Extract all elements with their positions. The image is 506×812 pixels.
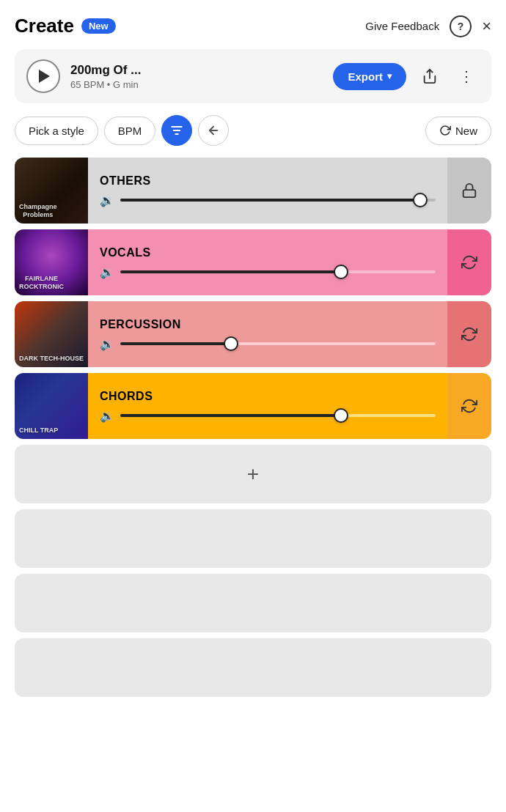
- filter-icon: [169, 123, 184, 138]
- track-label-percussion: PERCUSSION: [100, 318, 436, 331]
- page-title: Create: [15, 15, 74, 37]
- more-icon: ⋮: [459, 67, 474, 85]
- track-thumbnail-percussion: DARK TECH-HOUSE: [15, 301, 88, 367]
- tracks-container: ChampagneProblems OTHERS 🔉: [15, 158, 491, 445]
- slider-row-chords: 🔉: [100, 409, 436, 423]
- slider-chords[interactable]: [120, 414, 436, 417]
- track-row: ChampagneProblems OTHERS 🔉: [15, 158, 491, 224]
- track-content-vocals: VOCALS 🔉: [88, 229, 447, 295]
- track-row: CHILL TRAP CHORDS 🔉: [15, 373, 491, 439]
- volume-icon-percussion: 🔉: [100, 337, 114, 351]
- svg-rect-5: [463, 190, 476, 197]
- pick-style-button[interactable]: Pick a style: [15, 117, 98, 145]
- lock-icon: [461, 182, 477, 199]
- track-info: 200mg Of ... 65 BPM • G min: [70, 63, 323, 90]
- track-content-chords: CHORDS 🔉: [88, 373, 447, 439]
- empty-row-2: [15, 574, 491, 632]
- track-action-chords[interactable]: [447, 373, 491, 439]
- help-icon: ?: [458, 21, 464, 32]
- track-action-percussion[interactable]: [447, 301, 491, 367]
- track-row: DARK TECH-HOUSE PERCUSSION 🔉: [15, 301, 491, 367]
- add-track-button[interactable]: +: [15, 445, 491, 503]
- refresh-icon-percussion: [461, 326, 477, 342]
- slider-vocals[interactable]: [120, 270, 436, 273]
- export-button[interactable]: Export ▾: [333, 63, 406, 90]
- track-name: 200mg Of ...: [70, 63, 323, 78]
- add-track-icon: +: [247, 462, 259, 486]
- give-feedback-button[interactable]: Give Feedback: [365, 20, 439, 32]
- track-label-others: OTHERS: [100, 174, 436, 188]
- toolbar: Pick a style BPM New: [15, 115, 491, 146]
- filter-button[interactable]: [161, 115, 192, 146]
- track-thumbnail-chords: CHILL TRAP: [15, 373, 88, 439]
- share-icon: [422, 68, 438, 84]
- back-icon: [207, 124, 220, 137]
- volume-icon-chords: 🔉: [100, 409, 114, 423]
- help-button[interactable]: ?: [450, 15, 472, 37]
- track-content-percussion: PERCUSSION 🔉: [88, 301, 447, 367]
- header-left: Create New: [15, 15, 116, 37]
- new-label: New: [455, 125, 477, 137]
- share-button[interactable]: [417, 63, 443, 89]
- track-meta: 65 BPM • G min: [70, 79, 323, 90]
- track-thumbnail-others: ChampagneProblems: [15, 158, 88, 224]
- slider-percussion[interactable]: [120, 342, 436, 345]
- track-row: FAIRLANEROCKTRONIC VOCALS 🔉: [15, 229, 491, 295]
- close-button[interactable]: ×: [482, 18, 491, 34]
- volume-icon-others: 🔉: [100, 193, 114, 207]
- player-card: 200mg Of ... 65 BPM • G min Export ▾ ⋮: [15, 49, 491, 103]
- refresh-icon-chords: [461, 398, 477, 414]
- bpm-button[interactable]: BPM: [104, 117, 156, 145]
- volume-icon-vocals: 🔉: [100, 265, 114, 279]
- slider-others[interactable]: [120, 199, 436, 202]
- export-label: Export: [348, 70, 383, 83]
- refresh-icon-vocals: [461, 254, 477, 270]
- track-action-vocals[interactable]: [447, 229, 491, 295]
- header-right: Give Feedback ? ×: [365, 15, 491, 37]
- new-button[interactable]: New: [425, 117, 491, 145]
- refresh-new-icon: [439, 125, 451, 136]
- play-icon: [39, 70, 50, 83]
- empty-row-3: [15, 638, 491, 697]
- slider-row-vocals: 🔉: [100, 265, 436, 279]
- back-button[interactable]: [198, 115, 229, 146]
- track-label-chords: CHORDS: [100, 390, 436, 403]
- track-content-others: OTHERS 🔉: [88, 158, 447, 224]
- slider-row-others: 🔉: [100, 193, 436, 207]
- track-thumbnail-vocals: FAIRLANEROCKTRONIC: [15, 229, 88, 295]
- play-button[interactable]: [26, 59, 60, 93]
- track-label-vocals: VOCALS: [100, 246, 436, 259]
- empty-row-1: [15, 509, 491, 568]
- slider-row-percussion: 🔉: [100, 337, 436, 351]
- header: Create New Give Feedback ? ×: [15, 15, 491, 37]
- track-action-others[interactable]: [447, 158, 491, 224]
- more-button[interactable]: ⋮: [453, 63, 480, 89]
- export-chevron-icon: ▾: [387, 71, 392, 81]
- new-badge: New: [81, 18, 116, 34]
